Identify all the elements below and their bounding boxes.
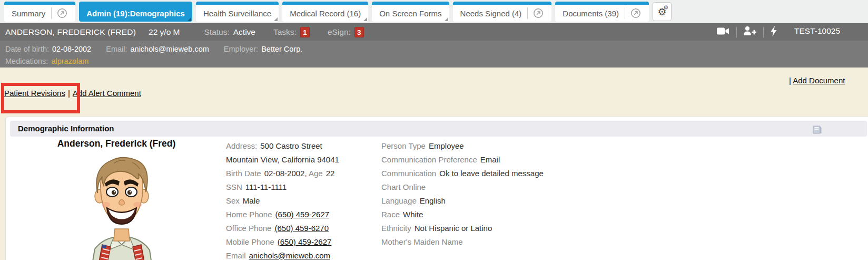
tasks-label: Tasks: bbox=[273, 27, 297, 37]
tab-dropdown-fold bbox=[188, 17, 191, 21]
panel-title: Demographic Information bbox=[18, 124, 114, 133]
detail-row-comm-preference: Communication PreferenceEmail bbox=[381, 153, 560, 167]
email-link[interactable]: anichols@mieweb.com bbox=[249, 251, 330, 260]
tab-divider bbox=[625, 7, 625, 19]
external-link-icon[interactable] bbox=[532, 7, 544, 19]
esign-label: eSign: bbox=[328, 27, 351, 37]
medications-label: Medications: bbox=[5, 57, 48, 65]
panel-header: Demographic Information bbox=[10, 121, 867, 137]
journal-book-icon[interactable] bbox=[812, 124, 822, 140]
detail-row-email: Emailanichols@mieweb.com bbox=[226, 249, 379, 260]
tab-bar: Summary Admin (19):Demographics Health S… bbox=[0, 0, 868, 23]
patient-age-sex: 22 y/o M bbox=[149, 27, 180, 37]
add-alert-comment-link[interactable]: Add Alert Comment bbox=[73, 89, 141, 98]
field-value: 02-08-2002, bbox=[264, 169, 307, 178]
detail-row-address2: Mountain View, California 94041 bbox=[226, 153, 379, 167]
tab-label: Needs Signed (4) bbox=[460, 9, 522, 18]
tab-dropdown-fold bbox=[274, 17, 278, 21]
dob-value: 02-08-2002 bbox=[52, 45, 91, 53]
field-label: Communication Preference bbox=[381, 155, 477, 164]
add-document-row: | Add Document bbox=[789, 76, 845, 85]
status-label: Status: bbox=[204, 27, 230, 37]
pipe-separator: | bbox=[68, 89, 70, 98]
tab-summary[interactable]: Summary bbox=[4, 2, 75, 22]
tab-on-screen-forms[interactable]: On Screen Forms bbox=[372, 2, 449, 22]
video-camera-icon[interactable] bbox=[716, 26, 730, 38]
tab-medical-record[interactable]: Medical Record (16) bbox=[282, 2, 368, 22]
office-phone-link[interactable]: (650) 459-6270 bbox=[274, 224, 329, 233]
patient-revisions-link[interactable]: Patient Revisions bbox=[4, 89, 65, 98]
field-value: Employee bbox=[429, 141, 464, 150]
patient-header-bar: ANDERSON, FREDERICK (FRED) 22 y/o M Stat… bbox=[0, 23, 868, 41]
detail-row-chart-online: Chart Online bbox=[381, 180, 560, 194]
demographics-right-column: Person TypeEmployee Communication Prefer… bbox=[381, 139, 560, 249]
tab-health-surveillance[interactable]: Health Surveillance bbox=[196, 2, 279, 22]
detail-row-ethnicity: EthnicityNot Hispanic or Latino bbox=[381, 222, 560, 235]
field-label: Mobile Phone bbox=[226, 237, 274, 246]
medications-value[interactable]: alprazolam bbox=[51, 57, 88, 65]
demographics-panel: Demographic Information Anderson, Freder… bbox=[5, 117, 868, 260]
field-value: 111-11-1111 bbox=[245, 182, 287, 191]
info-line-1: Date of birth:02-08-2002 Email:anichols@… bbox=[5, 43, 868, 55]
field-label: Mother's Maiden Name bbox=[381, 237, 463, 246]
detail-row-office-phone: Office Phone(650) 459-6270 bbox=[226, 222, 379, 235]
field-label: Home Phone bbox=[226, 210, 272, 219]
detail-row-birthdate: Birth Date02-08-2002, Age22 bbox=[226, 167, 379, 180]
detail-row-ssn: SSN111-11-1111 bbox=[226, 180, 379, 194]
field-label: Language bbox=[381, 196, 417, 205]
field-label: Communication bbox=[381, 169, 436, 178]
tab-label: On Screen Forms bbox=[379, 9, 441, 18]
field-label: SSN bbox=[226, 182, 242, 191]
detail-row-address: Address:500 Castro Street bbox=[226, 139, 379, 153]
demographics-left-column: Address:500 Castro Street Mountain View,… bbox=[226, 139, 379, 260]
settings-button[interactable]: ⚙ ⚙ bbox=[653, 2, 672, 21]
field-value: Male bbox=[243, 196, 260, 205]
field-label: Ethnicity bbox=[381, 224, 411, 233]
tab-label: Admin (19):Demographics bbox=[86, 9, 185, 18]
patient-id: TEST-10025 bbox=[794, 26, 840, 36]
detail-row-home-phone: Home Phone(650) 459-2627 bbox=[226, 208, 379, 222]
esign-count-badge[interactable]: 3 bbox=[354, 27, 364, 37]
field-value: Not Hispanic or Latino bbox=[415, 224, 492, 233]
tab-needs-signed[interactable]: Needs Signed (4) bbox=[453, 2, 552, 22]
chart-action-links: Patient Revisions|Add Alert Comment bbox=[4, 89, 141, 98]
field-label: Email bbox=[226, 251, 246, 260]
field-value: 22 bbox=[326, 169, 335, 178]
field-label: Race bbox=[381, 210, 400, 219]
detail-row-mobile-phone: Mobile Phone(650) 459-2627 bbox=[226, 235, 379, 249]
lightning-bolt-icon[interactable] bbox=[770, 26, 777, 38]
external-link-icon[interactable] bbox=[56, 7, 68, 19]
mobile-phone-link[interactable]: (650) 459-2627 bbox=[278, 237, 332, 246]
add-person-icon[interactable] bbox=[743, 26, 757, 38]
tab-divider bbox=[527, 7, 528, 19]
detail-row-language: LanguageEnglish bbox=[381, 194, 560, 208]
tab-admin-demographics[interactable]: Admin (19):Demographics bbox=[79, 2, 192, 22]
external-link-icon[interactable] bbox=[630, 7, 642, 19]
info-line-2: Medications:alprazolam bbox=[5, 55, 868, 68]
patient-info-bar: Date of birth:02-08-2002 Email:anichols@… bbox=[0, 41, 868, 68]
tab-label: Summary bbox=[12, 9, 45, 18]
workspace: | Add Document Patient Revisions|Add Ale… bbox=[0, 68, 868, 260]
status-value: Active bbox=[233, 27, 255, 37]
add-document-link[interactable]: Add Document bbox=[793, 76, 845, 85]
field-label: Sex bbox=[226, 196, 240, 205]
detail-row-communication: CommunicationOk to leave detailed messag… bbox=[381, 167, 560, 180]
employer-label: Employer: bbox=[224, 45, 258, 53]
patient-bar-icons bbox=[716, 23, 777, 41]
icon-separator bbox=[763, 27, 764, 37]
field-label: Address: bbox=[226, 141, 257, 150]
tasks-count-badge[interactable]: 1 bbox=[300, 27, 310, 37]
field-value: 500 Castro Street bbox=[260, 141, 322, 150]
patient-photo-avatar bbox=[82, 154, 161, 260]
field-label: Birth Date bbox=[226, 169, 261, 178]
field-label: Chart Online bbox=[381, 182, 426, 191]
gears-icon-small: ⚙ bbox=[663, 5, 668, 11]
tab-label: Documents (39) bbox=[563, 9, 619, 18]
patient-name: ANDERSON, FREDERICK (FRED) bbox=[5, 27, 136, 37]
patient-display-name: Anderson, Frederick (Fred) bbox=[29, 138, 203, 149]
email-value: anichols@mieweb.com bbox=[131, 45, 209, 53]
tab-divider bbox=[51, 7, 52, 19]
tab-dropdown-fold bbox=[445, 17, 448, 21]
home-phone-link[interactable]: (650) 459-2627 bbox=[275, 210, 330, 219]
tab-documents[interactable]: Documents (39) bbox=[555, 2, 649, 22]
